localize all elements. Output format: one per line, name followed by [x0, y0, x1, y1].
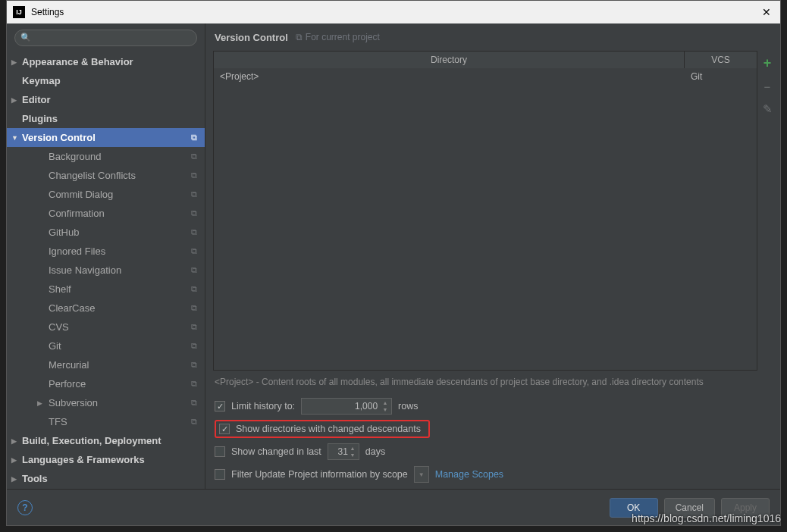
search-input[interactable] [14, 30, 197, 46]
search-wrap: 🔍 [7, 23, 205, 52]
sidebar-item-label: Shelf [49, 283, 71, 295]
show-directories-checkbox[interactable] [219, 424, 230, 434]
sidebar-item-tfs[interactable]: TFS⧉ [7, 412, 205, 431]
footer: ? OK Cancel Apply [7, 489, 780, 525]
sidebar-item-shelf[interactable]: Shelf⧉ [7, 280, 205, 299]
sidebar-item-label: Commit Dialog [49, 189, 113, 200]
scope-dropdown[interactable]: ▼ [414, 466, 429, 483]
sidebar-item-label: Keymap [22, 75, 61, 86]
spinner-icon[interactable]: ▲▼ [380, 399, 390, 413]
copy-icon: ⧉ [191, 246, 197, 256]
close-icon[interactable]: ✕ [759, 6, 774, 18]
sidebar-item-label: CVS [49, 321, 69, 333]
sidebar-item-commit-dialog[interactable]: Commit Dialog⧉ [7, 185, 205, 204]
copy-icon: ⧉ [191, 227, 197, 237]
settings-tree: ▶Appearance & BehaviorKeymap▶EditorPlugi… [7, 52, 205, 489]
sidebar-item-label: Git [49, 340, 61, 352]
sidebar-item-label: Editor [22, 94, 51, 105]
highlight-box: Show directories with changed descendant… [215, 420, 430, 438]
sidebar-item-label: Subversion [49, 397, 98, 408]
copy-icon: ⧉ [191, 303, 197, 313]
sidebar-item-confirmation[interactable]: Confirmation⧉ [7, 204, 205, 223]
limit-history-checkbox[interactable] [215, 401, 225, 412]
col-directory[interactable]: Directory [214, 52, 685, 68]
copy-icon: ⧉ [191, 341, 197, 351]
sidebar-item-git[interactable]: Git⧉ [7, 336, 205, 355]
settings-window: IJ Settings ✕ 🔍 ▶Appearance & BehaviorKe… [6, 0, 781, 526]
main-header: Version Control ⧉ For current project [205, 23, 780, 51]
body: 🔍 ▶Appearance & BehaviorKeymap▶EditorPlu… [7, 23, 780, 489]
options: Limit history to: 1,000 ▲▼ rows Show dir… [205, 392, 780, 489]
sidebar-item-label: Background [49, 151, 101, 162]
vcs-table: Directory VCS <Project> Git [213, 51, 757, 371]
sidebar-item-languages-frameworks[interactable]: ▶Languages & Frameworks [7, 450, 205, 469]
edit-icon[interactable]: ✎ [763, 102, 773, 116]
sidebar-item-label: TFS [49, 416, 67, 427]
opt-show-directories: Show directories with changed descendant… [215, 418, 771, 440]
copy-icon: ⧉ [191, 417, 197, 427]
sidebar-item-github[interactable]: GitHub⧉ [7, 223, 205, 242]
app-icon: IJ [13, 6, 25, 18]
sidebar-item-mercurial[interactable]: Mercurial⧉ [7, 355, 205, 374]
sidebar-item-cvs[interactable]: CVS⧉ [7, 318, 205, 336]
sidebar-item-label: Build, Execution, Deployment [22, 435, 161, 446]
project-description: <Project> - Content roots of all modules… [205, 371, 780, 392]
sidebar-item-label: GitHub [49, 227, 79, 238]
opt-filter-scope: Filter Update Project information by sco… [215, 463, 771, 486]
sidebar-item-label: Perforce [49, 378, 86, 390]
main-panel: Version Control ⧉ For current project Di… [205, 23, 780, 489]
show-changed-input[interactable]: 31 ▲▼ [328, 443, 359, 460]
sidebar-item-clearcase[interactable]: ClearCase⧉ [7, 299, 205, 318]
ok-button[interactable]: OK [610, 498, 658, 518]
chevron-icon: ▶ [11, 58, 17, 66]
sidebar-item-editor[interactable]: ▶Editor [7, 90, 205, 109]
copy-icon: ⧉ [191, 171, 197, 180]
sidebar-item-ignored-files[interactable]: Ignored Files⧉ [7, 242, 205, 261]
sidebar-item-background[interactable]: Background⧉ [7, 147, 205, 166]
vcs-table-area: Directory VCS <Project> Git + − ✎ [213, 51, 777, 371]
copy-icon: ⧉ [191, 189, 197, 199]
sidebar-item-issue-navigation[interactable]: Issue Navigation⧉ [7, 261, 205, 280]
apply-button[interactable]: Apply [721, 498, 770, 518]
sidebar-item-version-control[interactable]: ▼Version Control⧉ [7, 128, 205, 147]
help-icon[interactable]: ? [17, 500, 33, 515]
cell-vcs: Git [685, 68, 757, 85]
sidebar-item-label: Appearance & Behavior [22, 56, 133, 67]
copy-icon: ⧉ [191, 360, 197, 370]
remove-icon[interactable]: − [764, 80, 771, 93]
add-icon[interactable]: + [763, 55, 772, 71]
cancel-button[interactable]: Cancel [664, 498, 715, 518]
show-changed-label: Show changed in last [231, 446, 321, 457]
sidebar-item-build-execution-deployment[interactable]: ▶Build, Execution, Deployment [7, 431, 205, 450]
chevron-icon: ▶ [11, 475, 17, 483]
sidebar-item-label: Ignored Files [49, 246, 105, 257]
table-tools: + − ✎ [757, 51, 777, 371]
filter-scope-checkbox[interactable] [215, 469, 225, 480]
table-header: Directory VCS [214, 52, 757, 68]
sidebar-item-tools[interactable]: ▶Tools [7, 469, 205, 488]
cell-directory: <Project> [214, 68, 685, 85]
sidebar-item-label: Version Control [22, 132, 96, 143]
spinner-icon[interactable]: ▲▼ [347, 445, 358, 458]
sidebar-item-label: Changelist Conflicts [49, 170, 136, 181]
chevron-icon: ▶ [37, 399, 42, 407]
show-changed-checkbox[interactable] [215, 446, 225, 457]
sidebar-item-keymap[interactable]: Keymap [7, 71, 205, 90]
copy-icon: ⧉ [191, 398, 197, 408]
copy-icon: ⧉ [191, 152, 197, 161]
sidebar: 🔍 ▶Appearance & BehaviorKeymap▶EditorPlu… [7, 23, 205, 489]
sidebar-item-subversion[interactable]: ▶Subversion⧉ [7, 393, 205, 412]
titlebar: IJ Settings ✕ [7, 1, 780, 23]
col-vcs[interactable]: VCS [685, 52, 757, 68]
sidebar-item-label: Languages & Frameworks [22, 454, 145, 465]
table-row[interactable]: <Project> Git [214, 68, 757, 85]
limit-history-input[interactable]: 1,000 ▲▼ [301, 398, 392, 415]
sidebar-item-perforce[interactable]: Perforce⧉ [7, 374, 205, 393]
sidebar-item-plugins[interactable]: Plugins [7, 109, 205, 128]
sidebar-item-label: Issue Navigation [49, 264, 121, 276]
chevron-icon: ▶ [11, 456, 17, 464]
sidebar-item-changelist-conflicts[interactable]: Changelist Conflicts⧉ [7, 166, 205, 185]
opt-limit-history: Limit history to: 1,000 ▲▼ rows [215, 395, 771, 418]
manage-scopes-link[interactable]: Manage Scopes [435, 469, 503, 480]
sidebar-item-appearance-behavior[interactable]: ▶Appearance & Behavior [7, 52, 205, 71]
